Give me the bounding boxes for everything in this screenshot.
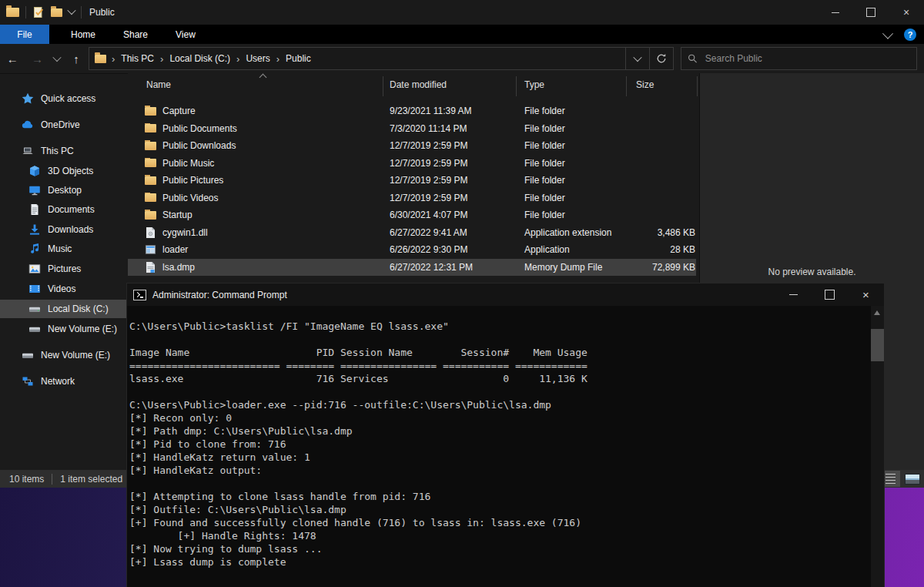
address-box[interactable]: › This PC › Local Disk (C:) › Users › Pu… [89,47,674,70]
cmd-close-button[interactable]: × [848,283,884,306]
sidebar-item-music[interactable]: Music [0,240,128,258]
file-date: 7/3/2020 11:14 PM [383,123,516,134]
breadcrumb-this-pc[interactable]: This PC [120,53,155,64]
breadcrumb-separator: › [231,53,245,65]
properties-quick-button[interactable] [32,6,45,18]
file-type: File folder [516,210,626,220]
cmd-scrollbar[interactable] [871,306,884,587]
forward-button[interactable]: → [28,52,45,65]
refresh-button[interactable] [649,48,673,69]
file-row-lsa-dmp[interactable]: lsa.dmp 6/27/2022 12:31 PM Memory Dump F… [128,259,696,276]
column-divider[interactable] [516,76,517,96]
breadcrumb-separator: › [155,53,169,65]
sidebar-item-label: Quick access [41,93,95,104]
folder-icon [145,142,156,150]
tab-file[interactable]: File [0,25,49,44]
column-divider[interactable] [383,76,383,96]
close-button[interactable]: × [889,0,924,25]
dump-file-icon [145,261,156,273]
tab-share[interactable]: Share [109,25,162,44]
file-row-public-downloads[interactable]: Public Downloads 12/7/2019 2:59 PM File … [128,137,696,154]
sidebar-item-videos[interactable]: Videos [0,280,128,298]
column-header-date-modified[interactable]: Date modified [390,79,447,90]
breadcrumb-local-disk-c[interactable]: Local Disk (C:) [169,53,231,64]
scrollbar-thumb[interactable] [871,329,884,361]
sidebar-item-documents[interactable]: Documents [0,200,128,219]
column-header-type[interactable]: Type [524,79,544,90]
file-type: File folder [516,158,626,169]
picture-icon [28,263,41,275]
scrollbar-up-arrow-icon[interactable] [874,310,880,315]
column-header-name[interactable]: Name [146,79,171,90]
file-name: Public Documents [162,123,237,134]
tab-view[interactable]: View [162,25,209,44]
thumbnail-view-button[interactable] [902,471,922,487]
file-row-loader[interactable]: loader 6/26/2022 9:30 PM Application 28 … [128,241,696,258]
minimize-icon [832,12,839,13]
sidebar-item-new-volume-e-root[interactable]: New Volume (E:) [0,346,128,364]
file-type: File folder [516,193,626,203]
dll-file-icon [145,226,156,239]
column-divider[interactable] [697,76,698,96]
file-row-public-music[interactable]: Public Music 12/7/2019 2:59 PM File fold… [128,155,696,172]
cmd-minimize-button[interactable] [775,283,812,306]
breadcrumb-public[interactable]: Public [285,53,312,64]
file-date: 6/27/2022 12:31 PM [383,262,516,273]
cmd-maximize-button[interactable] [812,283,848,306]
sidebar-item-quick-access[interactable]: Quick access [0,89,128,108]
maximize-icon [825,290,835,300]
folder-icon [145,211,156,220]
file-row-capture[interactable]: Capture 9/23/2021 11:39 AM File folder [128,102,696,119]
sidebar-item-onedrive[interactable]: OneDrive [0,116,128,134]
search-input[interactable] [704,52,910,65]
file-type: File folder [516,175,626,186]
file-name: Public Videos [162,193,219,203]
sidebar-item-label: Videos [48,283,75,294]
hard-disk-icon [22,349,34,361]
sidebar-item-label: New Volume (E:) [41,350,110,361]
sidebar-item-local-disk-c[interactable]: Local Disk (C:) [0,300,128,318]
back-button[interactable]: ← [4,52,21,65]
command-prompt-window: Administrator: Command Prompt × C:\Users… [127,283,884,587]
sidebar-item-label: Music [48,243,72,254]
file-row-public-pictures[interactable]: Public Pictures 12/7/2019 2:59 PM File f… [128,172,696,189]
sidebar-item-desktop[interactable]: Desktop [0,181,128,200]
sidebar-item-3d-objects[interactable]: 3D Objects [0,162,128,180]
chevron-down-icon [633,53,641,62]
minimize-button[interactable] [818,0,853,25]
sidebar-item-new-volume-e[interactable]: New Volume (E:) [0,320,128,338]
maximize-icon [866,8,875,17]
help-icon[interactable]: ? [904,29,916,41]
new-folder-quick-button[interactable] [51,8,62,17]
file-row-public-documents[interactable]: Public Documents 7/3/2020 11:14 PM File … [128,120,696,137]
maximize-button[interactable] [853,0,889,25]
cloud-icon [22,119,34,131]
computer-icon [22,145,34,157]
recent-locations-chevron-icon[interactable] [52,53,61,62]
up-button[interactable]: ↑ [68,52,85,65]
address-history-dropdown[interactable] [625,48,649,69]
tab-home[interactable]: Home [57,25,109,44]
search-icon [688,53,698,64]
file-row-cygwin1-dll[interactable]: cygwin1.dll 6/27/2022 9:41 AM Applicatio… [128,224,696,241]
sidebar-item-label: Network [41,376,75,387]
column-header-size[interactable]: Size [636,79,654,90]
qat-customize-chevron-icon[interactable] [67,5,75,14]
sidebar-item-downloads[interactable]: Downloads [0,220,128,239]
column-divider[interactable] [626,76,627,96]
download-arrow-icon [28,223,41,236]
file-type: File folder [516,123,626,134]
sidebar-item-this-pc[interactable]: This PC [0,142,128,160]
folder-icon [145,193,156,202]
file-type: Application [516,244,626,255]
film-icon [28,283,41,295]
sidebar-item-pictures[interactable]: Pictures [0,260,128,278]
breadcrumb-users[interactable]: Users [245,53,270,64]
sidebar-item-network[interactable]: Network [0,372,128,391]
file-row-public-videos[interactable]: Public Videos 12/7/2019 2:59 PM File fol… [128,190,696,206]
file-row-startup[interactable]: Startup 6/30/2021 4:07 PM File folder [128,206,696,223]
status-divider [52,474,52,485]
search-box[interactable] [681,47,917,70]
file-type: Memory Dump File [516,262,626,273]
expand-ribbon-chevron-icon[interactable] [882,28,893,39]
